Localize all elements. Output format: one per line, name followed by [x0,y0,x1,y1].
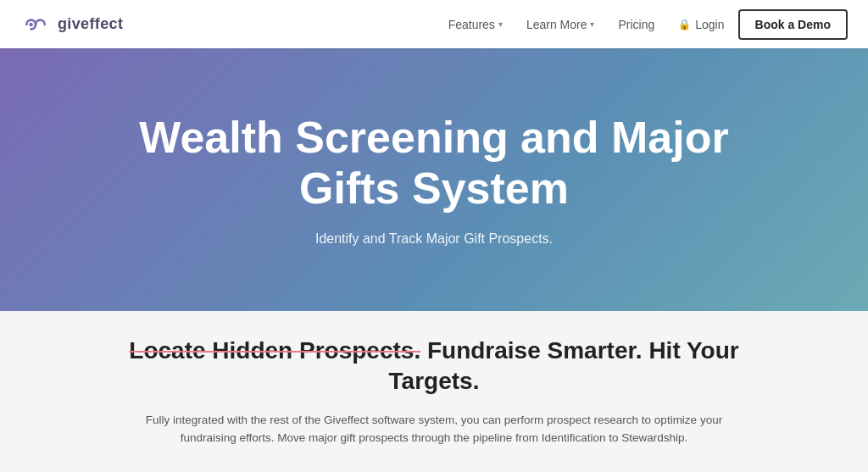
nav-pricing-label: Pricing [618,18,654,31]
content-section: Locate Hidden Prospects. Fundraise Smart… [0,311,868,472]
hero-title-line1: Wealth Screening and Major [139,113,728,162]
chevron-down-icon: ▾ [590,19,594,29]
hero-title: Wealth Screening and Major Gifts System [139,113,728,214]
nav-features[interactable]: Features ▾ [438,13,513,36]
hero-subtitle: Identify and Track Major Gift Prospects. [315,231,553,247]
nav-features-label: Features [448,18,495,31]
logo-icon [20,14,51,35]
logo[interactable]: giveffect [20,14,123,35]
book-demo-button[interactable]: Book a Demo [738,9,848,40]
nav-login[interactable]: 🔒 Login [668,13,734,36]
chevron-down-icon: ▾ [498,19,503,29]
hero-title-line2: Gifts System [299,164,569,213]
nav-links: Features ▾ Learn More ▾ Pricing 🔒 Login … [438,9,848,40]
content-headline: Locate Hidden Prospects. Fundraise Smart… [102,336,766,397]
content-headline-strikethrough: Locate Hidden Prospects. [129,337,420,364]
content-body: Fully integrated with the rest of the Gi… [137,411,731,447]
navbar: giveffect Features ▾ Learn More ▾ Pricin… [0,0,868,48]
nav-pricing[interactable]: Pricing [608,13,665,36]
nav-learn-more[interactable]: Learn More ▾ [516,13,605,36]
hero-section: Wealth Screening and Major Gifts System … [0,48,868,311]
nav-login-label: Login [695,18,724,31]
lock-icon: 🔒 [678,19,691,31]
content-headline-rest: Fundraise Smarter. Hit Your Targets. [389,337,739,394]
nav-learn-more-label: Learn More [526,18,587,31]
logo-text: giveffect [58,15,123,33]
svg-point-0 [29,22,33,26]
